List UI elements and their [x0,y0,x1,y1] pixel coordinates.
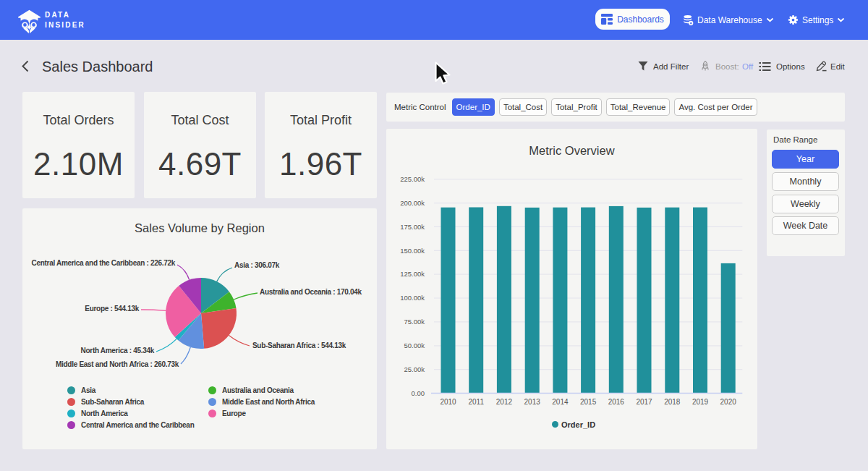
svg-text:150.00k: 150.00k [400,247,425,255]
svg-text:2013: 2013 [524,398,541,406]
svg-text:0.00: 0.00 [412,389,425,397]
svg-text:2020: 2020 [720,398,737,406]
svg-text:75.00k: 75.00k [404,318,425,326]
svg-text:Order_ID: Order_ID [561,420,595,429]
svg-text:225.00k: 225.00k [400,175,425,183]
svg-text:2016: 2016 [608,398,625,406]
svg-text:2017: 2017 [636,398,652,406]
svg-text:2010: 2010 [440,398,456,406]
svg-text:50.00k: 50.00k [404,341,425,349]
svg-text:25.00k: 25.00k [404,365,425,373]
svg-text:2012: 2012 [496,398,513,406]
svg-text:2019: 2019 [692,398,709,406]
svg-text:2015: 2015 [580,398,597,406]
svg-text:200.00k: 200.00k [400,199,425,207]
svg-text:175.00k: 175.00k [400,223,425,231]
svg-text:125.00k: 125.00k [400,270,425,278]
svg-text:2014: 2014 [552,398,569,406]
svg-text:2018: 2018 [664,398,681,406]
svg-text:2011: 2011 [468,398,484,406]
svg-text:100.00k: 100.00k [400,294,425,302]
